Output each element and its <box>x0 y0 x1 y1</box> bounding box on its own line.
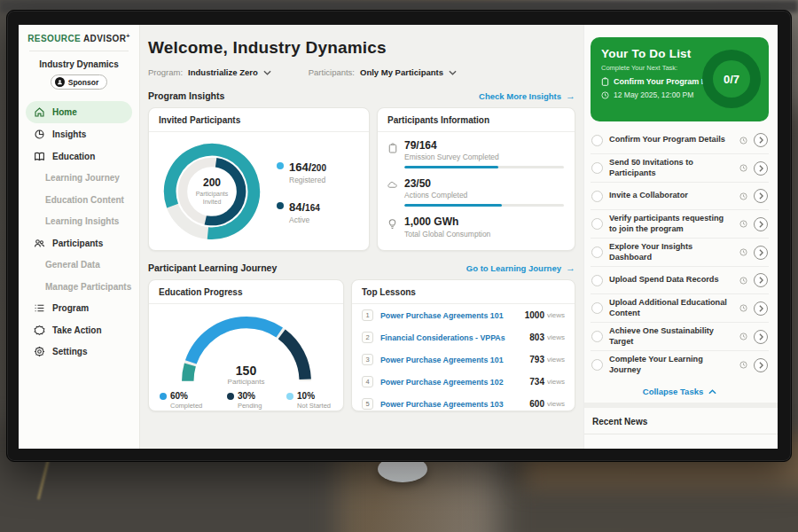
divider <box>584 434 778 434</box>
task-chevron-button[interactable] <box>754 246 768 260</box>
donut-center-label: Participants Invited <box>187 191 237 207</box>
clock-icon <box>739 164 747 172</box>
sidebar-item-program[interactable]: Program <box>19 297 139 319</box>
not-started-label: Not Started <box>297 402 331 410</box>
task-row[interactable]: Complete Your Learning Journey <box>591 351 769 379</box>
chevron-up-icon <box>708 389 716 395</box>
task-checkbox[interactable] <box>591 359 603 371</box>
legend-item-completed: 60% Completed <box>160 391 202 410</box>
task-checkbox[interactable] <box>591 218 603 230</box>
lesson-link[interactable]: Power Purchase Agreements 101 <box>380 311 525 320</box>
dashboard-screen: RESOURCE ADVISOR+ Industry Dynamics Spon… <box>19 25 778 449</box>
link-label: Go to Learning Journey <box>466 263 561 273</box>
task-checkbox[interactable] <box>591 191 603 202</box>
participants-dropdown[interactable]: Participants: Only My Participants <box>309 67 457 77</box>
sidebar-item-settings[interactable]: Settings <box>19 340 139 363</box>
participants-label: Participants: <box>309 67 355 77</box>
task-row[interactable]: Upload Additional Educational Content <box>591 294 769 323</box>
task-chevron-button[interactable] <box>754 133 768 147</box>
sidebar-item-participants[interactable]: Participants <box>19 232 139 254</box>
task-row[interactable]: Achieve One Sustainability Target <box>591 323 769 351</box>
program-dropdown[interactable]: Program: Industrialize Zero <box>148 67 271 77</box>
task-checkbox[interactable] <box>591 302 603 314</box>
education-progress-card: Education Progress 150 Participants <box>148 279 344 411</box>
program-insights-title: Program Insights <box>148 90 224 101</box>
lesson-link[interactable]: Financial Considerations - VPPAs <box>380 333 529 342</box>
task-chevron-button[interactable] <box>754 161 768 176</box>
donut-legend: 164/200 Registered 84/164 Active <box>277 159 326 224</box>
sidebar-item-label: Settings <box>52 347 87 356</box>
invited-donut-chart: 200 Participants Invited <box>156 136 268 247</box>
legend-dot <box>227 393 234 400</box>
arrow-right-icon: → <box>566 91 575 101</box>
task-row[interactable]: Confirm Your Program Details <box>591 127 769 154</box>
task-row[interactable]: Verify participants requesting to join t… <box>591 210 769 239</box>
sidebar-item-general-data[interactable]: General Data <box>19 254 139 276</box>
sidebar-item-insights[interactable]: Insights <box>19 123 139 145</box>
people-icon <box>34 238 45 249</box>
task-row[interactable]: Invite a Collaborator <box>591 183 769 210</box>
stat-emission-survey: 79/164 Emission Survey Completed <box>387 140 564 168</box>
task-chevron-button[interactable] <box>754 301 768 316</box>
task-chevron-button[interactable] <box>754 330 768 344</box>
sidebar-item-learning-journey[interactable]: Learning Journey <box>19 167 139 189</box>
sidebar-item-education[interactable]: Education <box>19 145 139 168</box>
go-to-learning-journey-link[interactable]: Go to Learning Journey → <box>466 263 575 273</box>
task-checkbox[interactable] <box>591 162 603 174</box>
lesson-views: 600 <box>529 399 544 409</box>
clock-icon <box>739 304 747 312</box>
sidebar-item-learning-insights[interactable]: Learning Insights <box>19 210 139 232</box>
sponsor-icon <box>55 77 65 87</box>
lesson-rank: 1 <box>362 309 373 321</box>
clock-icon <box>601 91 609 99</box>
link-label: Check More Insights <box>479 91 561 101</box>
task-label: Upload Additional Educational Content <box>609 298 733 318</box>
task-checkbox[interactable] <box>591 246 603 258</box>
sidebar-nav: Home Insights Education Learning Journey <box>19 101 139 363</box>
task-label: Explore Your Insights Dashboard <box>609 242 733 262</box>
task-label: Send 50 Invitations to Participants <box>609 158 733 178</box>
legend-dot <box>286 393 293 400</box>
lesson-link[interactable]: Power Purchase Agreements 102 <box>380 378 529 387</box>
legend-dot <box>277 162 284 169</box>
lesson-link[interactable]: Power Purchase Agreements 101 <box>380 356 529 364</box>
lesson-link[interactable]: Power Purchase Agreements 103 <box>380 400 529 409</box>
clock-icon <box>739 137 747 145</box>
collapse-tasks-link[interactable]: Collapse Tasks <box>591 387 769 396</box>
todo-summary-card: Your To Do List Complete Your Next Task:… <box>591 37 769 121</box>
task-chevron-button[interactable] <box>754 189 768 203</box>
learning-journey-title: Participant Learning Journey <box>148 262 277 273</box>
sidebar-item-label: Education Content <box>45 195 124 205</box>
task-row[interactable]: Explore Your Insights Dashboard <box>591 239 769 267</box>
not-started-pct: 10% <box>297 391 315 401</box>
participants-information-card: Participants Information 79/164 Emission… <box>377 107 575 251</box>
check-more-insights-link[interactable]: Check More Insights → <box>479 91 575 101</box>
legend-item-active: 84/164 Active <box>277 199 326 224</box>
sidebar-item-manage-participants[interactable]: Manage Participants <box>19 276 139 298</box>
task-checkbox[interactable] <box>591 275 603 286</box>
sidebar-item-education-content[interactable]: Education Content <box>19 189 139 211</box>
sidebar-item-label: Learning Journey <box>45 173 120 183</box>
views-suffix: views <box>547 356 565 364</box>
sidebar-item-home[interactable]: Home <box>26 101 132 123</box>
lesson-row: 5 Power Purchase Agreements 103 600 view… <box>352 393 575 411</box>
task-checkbox[interactable] <box>591 331 603 342</box>
sidebar-item-take-action[interactable]: Take Action <box>19 319 139 341</box>
organization-name: Industry Dynamics <box>19 59 139 69</box>
cloud-icon <box>387 178 398 207</box>
task-chevron-button[interactable] <box>754 273 768 287</box>
sidebar-item-label: Education <box>52 152 95 161</box>
clock-icon <box>739 248 747 256</box>
task-row[interactable]: Upload Spend Data Records <box>591 267 769 294</box>
task-chevron-button[interactable] <box>754 358 768 372</box>
stat-value: 79/164 <box>404 140 564 152</box>
sidebar-item-label: Home <box>52 107 77 117</box>
task-checkbox[interactable] <box>591 135 603 146</box>
divider <box>29 51 129 51</box>
task-chevron-button[interactable] <box>754 217 768 231</box>
todo-due-date: 12 May 2025, 12:00 PM <box>614 90 693 99</box>
clock-icon <box>739 361 747 369</box>
task-row[interactable]: Send 50 Invitations to Participants <box>591 154 769 183</box>
book-icon <box>34 151 45 162</box>
task-list: Confirm Your Program Details Send 50 Inv… <box>591 127 769 379</box>
